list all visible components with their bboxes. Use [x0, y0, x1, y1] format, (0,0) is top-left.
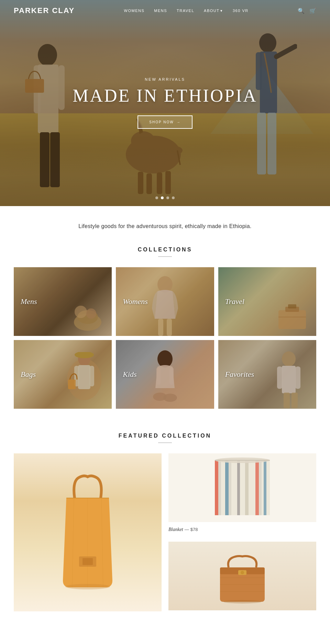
- featured-title: FEATURED COLLECTION: [14, 433, 316, 439]
- svg-rect-57: [215, 460, 218, 515]
- nav-360vr[interactable]: 360 VR: [233, 9, 249, 13]
- svg-rect-54: [82, 558, 93, 565]
- featured-grid: Blanket — $78: [14, 453, 316, 617]
- svg-rect-64: [259, 460, 262, 515]
- collection-kids-label: Kids: [123, 370, 136, 379]
- svg-point-55: [65, 584, 110, 589]
- nav-travel[interactable]: TRAVEL: [177, 9, 194, 13]
- hero-dot-3[interactable]: [166, 196, 169, 199]
- product-tote[interactable]: [14, 453, 162, 617]
- hero-dot-4[interactable]: [172, 196, 175, 199]
- hero-subtitle: NEW ARRIVALS: [145, 77, 185, 81]
- cart-icon[interactable]: 🛒: [309, 8, 316, 14]
- product-blanket-price: $78: [190, 527, 198, 532]
- collection-mens[interactable]: Mens: [14, 267, 112, 336]
- collection-travel-label: Travel: [225, 297, 244, 306]
- collection-kids[interactable]: Kids: [116, 340, 214, 409]
- svg-rect-58: [218, 460, 221, 515]
- svg-rect-61: [237, 460, 240, 515]
- hero-dot-2[interactable]: [161, 196, 164, 199]
- hero-section: NEW ARRIVALS MADE IN ETHIOPIA SHOP NOW →: [0, 0, 330, 206]
- collection-favorites-label: Favorites: [225, 370, 254, 379]
- hero-dot-1[interactable]: [155, 196, 158, 199]
- nav-icons: 🔍 🛒: [298, 8, 316, 14]
- collection-womens-overlay: Womens: [116, 267, 214, 336]
- search-icon[interactable]: 🔍: [298, 8, 305, 14]
- svg-point-75: [223, 600, 261, 603]
- shop-now-button[interactable]: SHOP NOW →: [138, 115, 192, 129]
- collection-mens-label: Mens: [21, 297, 37, 306]
- product-tote-meta: [14, 611, 162, 617]
- featured-divider: [158, 442, 172, 443]
- product-blanket-meta: Blanket — $78: [168, 522, 316, 534]
- nav-womens[interactable]: WOMENS: [124, 9, 145, 13]
- svg-rect-62: [245, 460, 249, 515]
- product-blanket-separator: —: [185, 527, 189, 532]
- collection-travel[interactable]: Travel: [218, 267, 316, 336]
- product-blanket-name: Blanket: [168, 527, 183, 532]
- site-header: PARKER CLAY WOMENS MENS TRAVEL ABOUT ▾ 3…: [0, 0, 330, 21]
- main-nav: WOMENS MENS TRAVEL ABOUT ▾ 360 VR: [124, 9, 249, 13]
- collection-favorites[interactable]: Favorites: [218, 340, 316, 409]
- collections-grid: Mens Womens: [14, 267, 316, 409]
- collection-womens-label: Womens: [123, 297, 148, 306]
- collection-travel-overlay: Travel: [218, 267, 316, 336]
- svg-rect-60: [229, 460, 231, 515]
- blanket-svg: [208, 457, 277, 519]
- product-blanket[interactable]: Blanket — $78: [168, 453, 316, 535]
- product-handbag[interactable]: [168, 542, 316, 617]
- collection-bags-overlay: Bags: [14, 340, 112, 409]
- hero-content: NEW ARRIVALS MADE IN ETHIOPIA SHOP NOW →: [0, 0, 330, 206]
- collection-bags-label: Bags: [21, 370, 36, 379]
- collection-favorites-overlay: Favorites: [218, 340, 316, 409]
- nav-about[interactable]: ABOUT: [204, 9, 219, 13]
- collections-divider: [158, 256, 172, 257]
- svg-rect-63: [255, 460, 259, 515]
- svg-point-71: [241, 571, 244, 574]
- collections-title: COLLECTIONS: [14, 247, 316, 253]
- tagline-section: Lifestyle goods for the adventurous spir…: [0, 206, 330, 240]
- featured-section: FEATURED COLLECTION: [0, 422, 330, 631]
- product-handbag-meta: [168, 610, 316, 616]
- svg-rect-65: [264, 460, 266, 515]
- brand-logo[interactable]: PARKER CLAY: [14, 6, 75, 15]
- hero-title: MADE IN ETHIOPIA: [73, 86, 257, 106]
- collection-mens-overlay: Mens: [14, 267, 112, 336]
- hero-dots: [0, 196, 330, 199]
- tagline-text: Lifestyle goods for the adventurous spir…: [14, 223, 316, 229]
- shop-now-arrow: →: [177, 120, 181, 124]
- nav-mens[interactable]: MENS: [154, 9, 167, 13]
- nav-about-wrap: ABOUT ▾: [204, 9, 223, 13]
- about-dropdown-icon[interactable]: ▾: [220, 9, 223, 13]
- collection-bags[interactable]: Bags: [14, 340, 112, 409]
- svg-rect-59: [225, 460, 229, 515]
- tote-svg: [53, 471, 122, 594]
- collections-section: COLLECTIONS Mens: [0, 240, 330, 422]
- collection-womens[interactable]: Womens: [116, 267, 214, 336]
- collection-kids-overlay: Kids: [116, 340, 214, 409]
- shop-now-label: SHOP NOW: [149, 120, 174, 124]
- handbag-svg: [211, 543, 273, 609]
